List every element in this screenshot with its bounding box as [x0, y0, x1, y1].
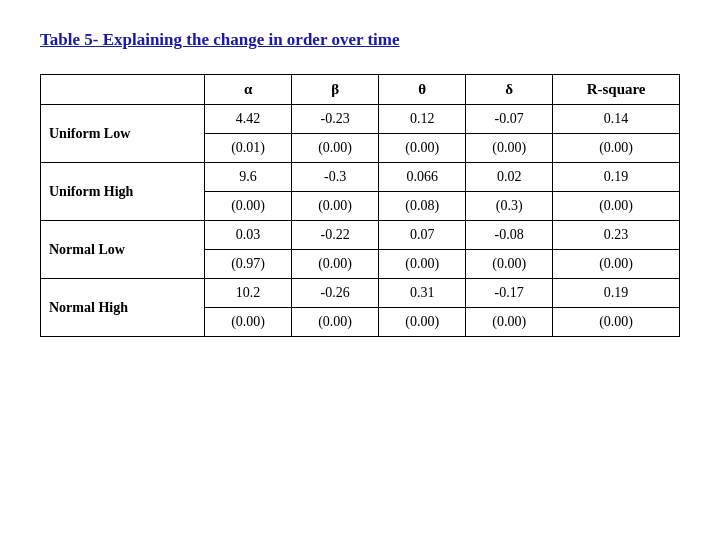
col-header-delta: δ [466, 75, 553, 105]
table-row: Uniform High9.6-0.30.0660.020.19 [41, 163, 680, 192]
cell-value-2-2: 0.07 [379, 221, 466, 250]
table-row: Uniform Low4.42-0.230.12-0.070.14 [41, 105, 680, 134]
cell-value-1-4: 0.19 [553, 163, 680, 192]
cell-value-1-0: 9.6 [205, 163, 292, 192]
row-label-3: Normal High [41, 279, 205, 337]
cell-pval-0-2: (0.00) [379, 134, 466, 163]
cell-pval-3-1: (0.00) [292, 308, 379, 337]
cell-value-1-2: 0.066 [379, 163, 466, 192]
cell-value-2-1: -0.22 [292, 221, 379, 250]
cell-pval-3-4: (0.00) [553, 308, 680, 337]
row-label-2: Normal Low [41, 221, 205, 279]
cell-pval-0-1: (0.00) [292, 134, 379, 163]
col-header-label [41, 75, 205, 105]
cell-value-2-0: 0.03 [205, 221, 292, 250]
cell-pval-2-3: (0.00) [466, 250, 553, 279]
cell-pval-0-4: (0.00) [553, 134, 680, 163]
page-title: Table 5- Explaining the change in order … [40, 30, 400, 50]
cell-value-1-3: 0.02 [466, 163, 553, 192]
cell-pval-2-4: (0.00) [553, 250, 680, 279]
cell-value-0-3: -0.07 [466, 105, 553, 134]
col-header-rsquare: R-square [553, 75, 680, 105]
cell-pval-3-3: (0.00) [466, 308, 553, 337]
cell-value-0-4: 0.14 [553, 105, 680, 134]
results-table: α β θ δ R-square Uniform Low4.42-0.230.1… [40, 74, 680, 337]
table-row: Normal Low0.03-0.220.07-0.080.23 [41, 221, 680, 250]
cell-pval-2-2: (0.00) [379, 250, 466, 279]
cell-value-2-4: 0.23 [553, 221, 680, 250]
cell-value-0-2: 0.12 [379, 105, 466, 134]
cell-pval-1-2: (0.08) [379, 192, 466, 221]
cell-pval-1-3: (0.3) [466, 192, 553, 221]
cell-pval-1-4: (0.00) [553, 192, 680, 221]
cell-pval-3-0: (0.00) [205, 308, 292, 337]
cell-value-3-4: 0.19 [553, 279, 680, 308]
cell-value-3-1: -0.26 [292, 279, 379, 308]
cell-value-3-2: 0.31 [379, 279, 466, 308]
cell-value-0-1: -0.23 [292, 105, 379, 134]
cell-pval-1-1: (0.00) [292, 192, 379, 221]
cell-pval-3-2: (0.00) [379, 308, 466, 337]
col-header-theta: θ [379, 75, 466, 105]
cell-value-3-0: 10.2 [205, 279, 292, 308]
cell-value-2-3: -0.08 [466, 221, 553, 250]
cell-pval-0-3: (0.00) [466, 134, 553, 163]
cell-value-3-3: -0.17 [466, 279, 553, 308]
col-header-beta: β [292, 75, 379, 105]
cell-pval-2-0: (0.97) [205, 250, 292, 279]
cell-value-1-1: -0.3 [292, 163, 379, 192]
col-header-alpha: α [205, 75, 292, 105]
cell-pval-2-1: (0.00) [292, 250, 379, 279]
row-label-1: Uniform High [41, 163, 205, 221]
cell-value-0-0: 4.42 [205, 105, 292, 134]
row-label-0: Uniform Low [41, 105, 205, 163]
cell-pval-1-0: (0.00) [205, 192, 292, 221]
cell-pval-0-0: (0.01) [205, 134, 292, 163]
table-header-row: α β θ δ R-square [41, 75, 680, 105]
table-row: Normal High10.2-0.260.31-0.170.19 [41, 279, 680, 308]
